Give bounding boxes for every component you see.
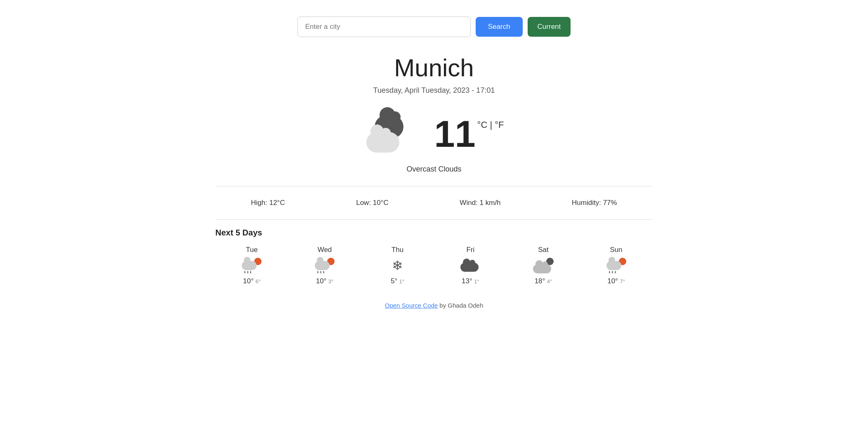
forecast-hi: 10° (607, 277, 618, 285)
weather-description: Overcast Clouds (215, 165, 653, 174)
stat-high: High: 12°C (251, 199, 285, 207)
date-time: Tuesday, April Tuesday, 2023 - 17:01 (215, 86, 653, 95)
rain-sun-icon (315, 258, 335, 273)
cloud-sun-icon (533, 258, 554, 273)
overcast-cloud-icon (366, 115, 416, 153)
day-label: Tue (246, 246, 258, 254)
divider-top (215, 186, 653, 186)
divider-bottom (215, 219, 653, 220)
forecast-day: Fri 13° 1° (446, 246, 495, 285)
cloud-icon (460, 259, 480, 272)
forecast-temps: 10° 7° (607, 277, 625, 285)
weather-main: 11 °C | °F (215, 111, 653, 157)
city-name: Munich (215, 54, 653, 82)
day-label: Fri (466, 246, 474, 254)
temperature-block: 11 °C | °F (434, 115, 504, 153)
fahrenheit-unit[interactable]: °F (495, 120, 504, 130)
day-label: Wed (318, 246, 332, 254)
forecast-temps: 5° 1° (391, 277, 404, 285)
rain-sun-icon (242, 258, 262, 273)
forecast-title: Next 5 Days (215, 228, 653, 238)
stat-humidity: Humidity: 77% (572, 199, 617, 207)
forecast-day: Sat 18° 4° (519, 246, 568, 285)
forecast-lo: 4° (547, 278, 552, 285)
forecast-hi: 10° (316, 277, 327, 285)
forecast-lo: 3° (328, 278, 333, 285)
forecast-day: Wed 10° 3° (300, 246, 349, 285)
forecast-hi: 5° (391, 277, 397, 285)
forecast-temps: 13° 1° (462, 277, 479, 285)
forecast-hi: 13° (462, 277, 472, 285)
temperature-display: 11 °C | °F (434, 115, 504, 153)
forecast-temps: 10° 3° (316, 277, 334, 285)
forecast-icon (314, 257, 335, 274)
weather-icon-wrapper (364, 111, 418, 157)
forecast-section: Next 5 Days Tue 10° 6°Wed 10° 3°Thu❄5° 1… (215, 228, 653, 285)
footer: Open Source Code by Ghada Odeh (215, 302, 653, 317)
forecast-temps: 18° 4° (535, 277, 552, 285)
stat-wind: Wind: 1 km/h (460, 199, 500, 207)
forecast-icon (606, 257, 627, 274)
forecast-day: Tue 10° 6° (227, 246, 276, 285)
open-source-link[interactable]: Open Source Code (385, 302, 438, 309)
forecast-lo: 1° (399, 278, 404, 285)
forecast-hi: 18° (535, 277, 545, 285)
search-bar: Search Current (215, 16, 653, 37)
snow-icon: ❄ (392, 258, 403, 273)
footer-suffix: by Ghada Odeh (438, 302, 483, 309)
search-button[interactable]: Search (476, 17, 523, 37)
forecast-icon (533, 257, 554, 274)
forecast-temps: 10° 6° (243, 277, 261, 285)
temp-number: 11 (434, 115, 476, 153)
day-label: Thu (392, 246, 403, 254)
forecast-day: Sun 10° 7° (592, 246, 641, 285)
forecast-hi: 10° (243, 277, 254, 285)
forecast-icon (460, 257, 481, 274)
forecast-day: Thu❄5° 1° (373, 246, 422, 285)
forecast-icon (241, 257, 262, 274)
rain-sun-icon (606, 258, 626, 273)
stats-row: High: 12°C Low: 10°C Wind: 1 km/h Humidi… (215, 191, 653, 215)
celsius-unit[interactable]: °C (477, 120, 488, 130)
app-container: Search Current Munich Tuesday, April Tue… (207, 0, 661, 325)
day-label: Sat (538, 246, 549, 254)
search-input[interactable] (297, 16, 471, 37)
forecast-lo: 7° (620, 278, 625, 285)
current-location-button[interactable]: Current (528, 17, 571, 37)
stat-low: Low: 10°C (356, 199, 389, 207)
unit-sep: | (487, 120, 495, 130)
forecast-lo: 1° (474, 278, 479, 285)
temp-units: °C | °F (477, 120, 504, 129)
forecast-row: Tue 10° 6°Wed 10° 3°Thu❄5° 1°Fri 13° 1°S… (215, 246, 653, 285)
forecast-icon: ❄ (387, 257, 408, 274)
forecast-lo: 6° (255, 278, 260, 285)
day-label: Sun (610, 246, 622, 254)
